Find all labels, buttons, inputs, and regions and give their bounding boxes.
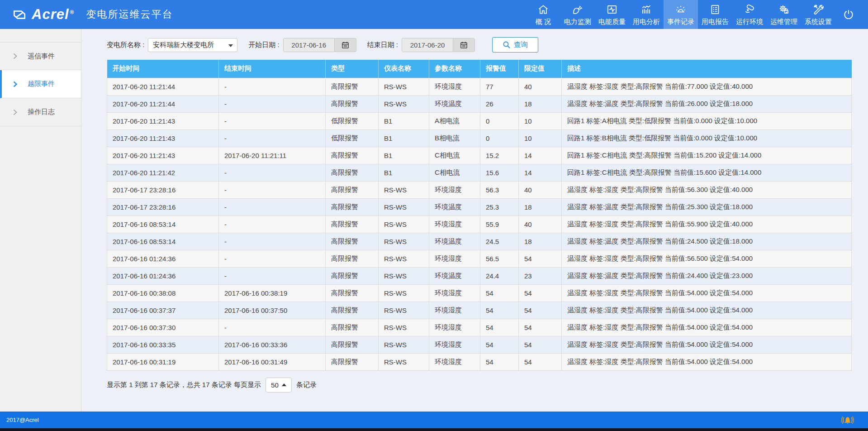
- table-cell: 高限报警: [326, 233, 379, 250]
- table-cell: 温湿度 标签:湿度 类型:高限报警 当前值:56.500 设定值:54.000: [562, 250, 852, 267]
- table-cell: -: [219, 129, 326, 147]
- table-cell: 环境温度: [429, 267, 480, 284]
- plug-icon: [572, 3, 583, 15]
- table-cell: -: [219, 233, 326, 250]
- table-cell: A相电流: [429, 112, 480, 129]
- table-cell: 环境湿度: [429, 181, 480, 198]
- table-cell: RS-WS: [379, 216, 429, 233]
- table-cell: RS-WS: [379, 267, 429, 284]
- col-header-type[interactable]: 类型: [326, 60, 379, 78]
- start-date-calendar-button[interactable]: [334, 38, 356, 52]
- nav-item-overview[interactable]: 概 况: [526, 0, 560, 29]
- filter-bar: 变电所名称 : 安科瑞新大楼变电所 开始日期 : 2017-06-16: [107, 37, 852, 53]
- col-header-meter-name[interactable]: 仪表名称: [379, 60, 429, 78]
- table-cell: 25.3: [480, 198, 519, 216]
- table-cell: 54: [519, 250, 562, 267]
- table-cell: 2017-06-16 00:31:49: [219, 353, 326, 370]
- top-header: Acrel® 变电所运维云平台 概 况 电力监测: [0, 0, 868, 29]
- table-row[interactable]: 2017-06-20 11:21:44-高限报警RS-WS环境温度2618温湿度…: [107, 95, 852, 112]
- chevron-right-icon: [13, 53, 18, 59]
- table-cell: 温湿度 标签:湿度 类型:高限报警 当前值:54.000 设定值:54.000: [562, 319, 852, 336]
- table-row[interactable]: 2017-06-16 00:37:30-高限报警RS-WS环境湿度5454温湿度…: [107, 319, 852, 336]
- table-cell: 2017-06-16 00:31:19: [107, 353, 219, 370]
- table-cell: 10: [519, 129, 562, 147]
- nav-item-system-settings[interactable]: 系统设置: [801, 0, 835, 29]
- nav-item-operating-env[interactable]: 运行环境: [732, 0, 767, 29]
- table-cell: 2017-06-16 01:24:36: [107, 267, 219, 284]
- end-date-input[interactable]: 2017-06-20: [402, 38, 453, 52]
- table-cell: 高限报警: [326, 198, 379, 216]
- nav-item-power-monitor[interactable]: 电力监测: [560, 0, 595, 29]
- report-icon: [709, 3, 721, 15]
- table-cell: 26: [480, 95, 519, 112]
- col-header-end-time[interactable]: 结束时间: [219, 60, 326, 78]
- bell-notification-icon[interactable]: [841, 414, 854, 426]
- table-cell: 高限报警: [326, 336, 379, 353]
- table-cell: 54: [480, 319, 519, 336]
- sidebar-item-telesignal-events[interactable]: 遥信事件: [0, 42, 81, 70]
- logo-text: Acrel®: [32, 6, 74, 23]
- nav-item-om-management[interactable]: 运维管理: [767, 0, 801, 29]
- sidebar-item-operation-log[interactable]: 操作日志: [0, 98, 81, 126]
- side-menu: 遥信事件 越限事件 操作日志: [0, 42, 81, 126]
- table-row[interactable]: 2017-06-16 00:31:192017-06-16 00:31:49高限…: [107, 353, 852, 370]
- table-cell: 高限报警: [326, 250, 379, 267]
- nav-item-usage-analysis[interactable]: 用电分析: [629, 0, 664, 29]
- table-row[interactable]: 2017-06-16 01:24:36-高限报警RS-WS环境湿度56.554温…: [107, 250, 852, 267]
- table-row[interactable]: 2017-06-16 00:33:352017-06-16 00:33:36高限…: [107, 336, 852, 353]
- pagination-bar: 显示第 1 到第 17 条记录，总共 17 条记录 每页显示 50 条记录: [107, 378, 852, 393]
- table-cell: 15.6: [480, 164, 519, 181]
- nav-item-event-records[interactable]: 事件记录: [664, 0, 698, 29]
- table-cell: 环境湿度: [429, 78, 480, 95]
- table-cell: 高限报警: [326, 164, 379, 181]
- search-button[interactable]: 查询: [492, 37, 538, 53]
- table-row[interactable]: 2017-06-20 11:21:44-高限报警RS-WS环境湿度7740温湿度…: [107, 78, 852, 95]
- main-content: 变电所名称 : 安科瑞新大楼变电所 开始日期 : 2017-06-16: [81, 29, 868, 412]
- table-cell: 54: [519, 336, 562, 353]
- table-cell: 高限报警: [326, 95, 379, 112]
- table-cell: 回路1 标签:B相电流 类型:低限报警 当前值:0.000 设定值:10.000: [562, 129, 852, 147]
- col-header-description[interactable]: 描述: [562, 60, 852, 78]
- table-row[interactable]: 2017-06-17 23:28:16-高限报警RS-WS环境温度25.318温…: [107, 198, 852, 216]
- table-cell: 低限报警: [326, 112, 379, 129]
- table-row[interactable]: 2017-06-20 11:21:43-低限报警B1B相电流010回路1 标签:…: [107, 129, 852, 147]
- table-cell: 温湿度 标签:湿度 类型:高限报警 当前值:55.900 设定值:40.000: [562, 216, 852, 233]
- table-cell: 高限报警: [326, 181, 379, 198]
- col-header-start-time[interactable]: 开始时间: [107, 60, 219, 78]
- end-date-calendar-button[interactable]: [453, 38, 474, 52]
- table-row[interactable]: 2017-06-16 08:53:14-高限报警RS-WS环境温度24.518温…: [107, 233, 852, 250]
- home-icon: [537, 3, 549, 15]
- table-row[interactable]: 2017-06-16 08:53:14-高限报警RS-WS环境湿度55.940温…: [107, 216, 852, 233]
- table-row[interactable]: 2017-06-17 23:28:16-高限报警RS-WS环境湿度56.340温…: [107, 181, 852, 198]
- col-header-param-name[interactable]: 参数名称: [429, 60, 480, 78]
- table-cell: RS-WS: [379, 250, 429, 267]
- col-header-alarm-value[interactable]: 报警值: [480, 60, 519, 78]
- table-row[interactable]: 2017-06-20 11:21:42-高限报警B1C相电流15.614回路1 …: [107, 164, 852, 181]
- nav-item-usage-report[interactable]: 用电报告: [698, 0, 732, 29]
- table-cell: 2017-06-20 11:21:42: [107, 164, 219, 181]
- start-date-input[interactable]: 2017-06-16: [284, 38, 334, 52]
- table-row[interactable]: 2017-06-20 11:21:432017-06-20 11:21:11高限…: [107, 147, 852, 164]
- table-row[interactable]: 2017-06-20 11:21:43-低限报警B1A相电流010回路1 标签:…: [107, 112, 852, 129]
- registered-mark: ®: [70, 9, 75, 15]
- table-row[interactable]: 2017-06-16 01:24:36-高限报警RS-WS环境温度24.423温…: [107, 267, 852, 284]
- table-cell: C相电流: [429, 147, 480, 164]
- chevron-right-icon: [13, 81, 18, 87]
- table-cell: 环境湿度: [429, 250, 480, 267]
- sidebar-item-limit-events[interactable]: 越限事件: [0, 70, 81, 98]
- page-title: 变电所运维云平台: [86, 8, 173, 21]
- table-cell: 高限报警: [326, 319, 379, 336]
- table-cell: 18: [519, 198, 562, 216]
- table-cell: 23: [519, 267, 562, 284]
- table-cell: 2017-06-17 23:28:16: [107, 198, 219, 216]
- station-select[interactable]: 安科瑞新大楼变电所: [148, 38, 237, 52]
- table-cell: 2017-06-16 00:38:19: [219, 284, 326, 302]
- page-size-select[interactable]: 50: [266, 378, 292, 393]
- logout-power-button[interactable]: [835, 0, 862, 29]
- table-cell: RS-WS: [379, 181, 429, 198]
- table-row[interactable]: 2017-06-16 00:37:372017-06-16 00:37:50高限…: [107, 302, 852, 319]
- col-header-limit-value[interactable]: 限定值: [519, 60, 562, 78]
- nav-item-power-quality[interactable]: 电能质量: [595, 0, 629, 29]
- table-cell: 环境湿度: [429, 216, 480, 233]
- table-row[interactable]: 2017-06-16 00:38:082017-06-16 00:38:19高限…: [107, 284, 852, 302]
